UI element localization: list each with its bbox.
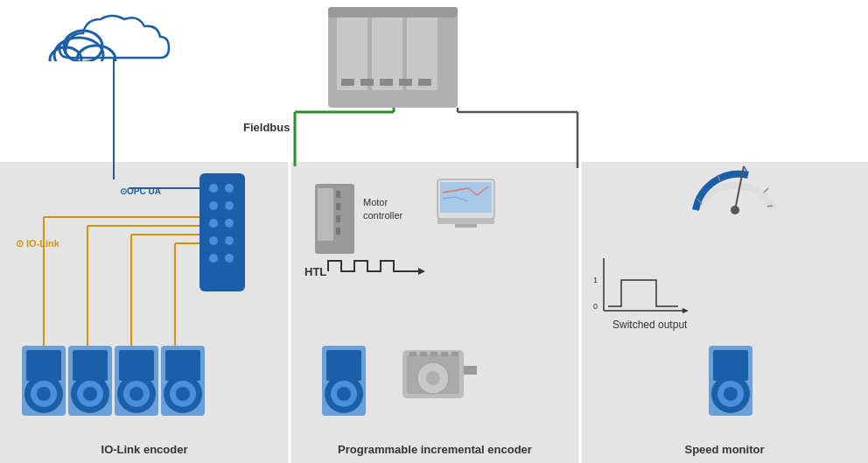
svg-point-104 — [731, 206, 739, 214]
svg-point-31 — [209, 184, 218, 193]
svg-point-35 — [209, 219, 218, 228]
section2-label: Programmable incremental encoder — [338, 443, 532, 456]
svg-rect-14 — [399, 79, 412, 86]
svg-line-109 — [767, 206, 773, 207]
svg-rect-78 — [440, 182, 492, 213]
svg-rect-99 — [452, 352, 458, 356]
svg-text:⊙ IO-Link: ⊙ IO-Link — [16, 238, 60, 249]
svg-rect-20 — [48, 61, 127, 79]
svg-rect-3 — [581, 162, 868, 463]
section3-label: Speed monitor — [684, 443, 764, 456]
svg-rect-76 — [336, 228, 340, 235]
svg-rect-100 — [464, 366, 477, 375]
svg-point-36 — [225, 219, 234, 228]
svg-text:0: 0 — [593, 302, 598, 311]
svg-point-40 — [225, 254, 234, 263]
svg-rect-96 — [420, 352, 427, 356]
fieldbus-label: Fieldbus — [243, 121, 290, 134]
svg-rect-95 — [410, 352, 416, 356]
svg-point-55 — [37, 387, 51, 401]
svg-rect-11 — [341, 79, 354, 86]
svg-rect-74 — [336, 203, 340, 210]
svg-rect-72 — [318, 188, 333, 241]
htl-label: HTL — [304, 265, 326, 278]
svg-point-70 — [176, 387, 190, 401]
svg-point-92 — [337, 387, 351, 401]
svg-rect-13 — [380, 79, 393, 86]
svg-point-102 — [426, 371, 440, 385]
svg-point-34 — [225, 201, 234, 210]
section1-label: IO-Link encoder — [102, 443, 188, 456]
svg-rect-12 — [360, 79, 374, 86]
svg-point-60 — [83, 387, 97, 401]
svg-rect-75 — [336, 215, 340, 222]
svg-point-119 — [724, 387, 738, 401]
switched-output-label: Switched output — [612, 319, 688, 331]
motor-controller-label2: controller — [363, 210, 403, 221]
svg-point-33 — [209, 201, 218, 210]
svg-rect-97 — [430, 352, 438, 356]
svg-rect-30 — [200, 173, 245, 291]
svg-point-32 — [225, 184, 234, 193]
motor-controller-label: Motor — [363, 197, 388, 207]
svg-rect-15 — [418, 79, 431, 86]
svg-rect-10 — [328, 7, 458, 18]
svg-rect-73 — [336, 191, 340, 198]
svg-text:1: 1 — [593, 276, 598, 284]
svg-point-65 — [130, 387, 144, 401]
svg-rect-84 — [438, 219, 494, 224]
svg-rect-85 — [455, 224, 477, 228]
svg-point-37 — [209, 236, 218, 245]
svg-point-39 — [209, 254, 218, 263]
svg-point-38 — [225, 236, 234, 245]
svg-rect-98 — [441, 352, 448, 356]
